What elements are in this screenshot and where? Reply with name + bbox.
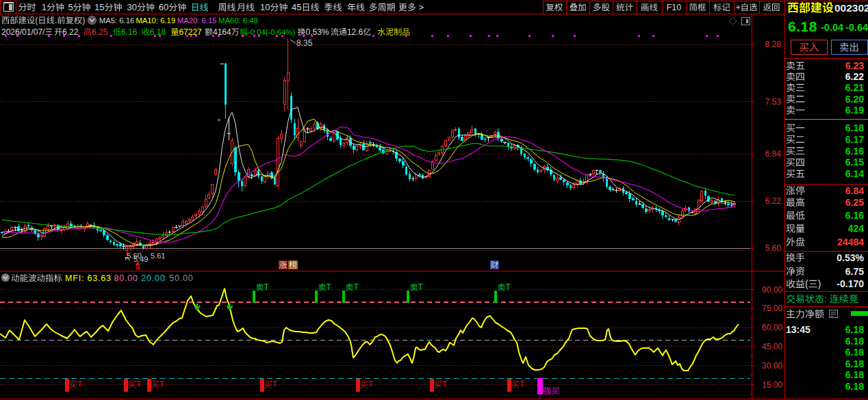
svg-text:5.61: 5.61: [151, 252, 165, 260]
svg-text:6.22: 6.22: [765, 196, 782, 206]
svg-text::: :: [824, 293, 830, 304]
svg-text:6.16: 6.16: [845, 210, 864, 221]
svg-text:6.18: 6.18: [845, 381, 864, 392]
svg-text:MA5: 6.16: MA5: 6.16: [99, 16, 135, 25]
svg-text:6.15: 6.15: [845, 157, 864, 168]
svg-text:T: T: [368, 379, 374, 389]
svg-text:6.18: 6.18: [788, 18, 817, 34]
svg-text:45: 45: [292, 2, 301, 12]
svg-text:T: T: [442, 379, 448, 389]
svg-text:: 80.00: : 80.00: [108, 274, 138, 283]
svg-text:002302: 002302: [834, 2, 868, 14]
svg-text:T: T: [159, 379, 165, 389]
svg-text:T: T: [264, 282, 270, 292]
svg-text:6.18: 6.18: [150, 27, 166, 37]
svg-text:(: (: [805, 278, 808, 289]
svg-text:2026/01/07/: 2026/01/07/: [1, 27, 45, 37]
svg-text:MA10: 6.19: MA10: 6.19: [136, 16, 175, 25]
svg-text:6.17: 6.17: [845, 134, 864, 145]
svg-text:MFI: 63.63: MFI: 63.63: [65, 274, 112, 283]
svg-text:6.22: 6.22: [845, 71, 864, 82]
svg-text:T: T: [418, 282, 424, 292]
svg-text:T: T: [272, 379, 278, 389]
svg-text:424: 424: [848, 223, 865, 234]
svg-text:0.53%: 0.53%: [837, 252, 864, 263]
svg-text:6.18: 6.18: [845, 324, 864, 335]
svg-text:30: 30: [127, 2, 137, 12]
svg-text:6.19: 6.19: [845, 105, 864, 116]
svg-text:-0.04(-0.64%): -0.04(-0.64%): [248, 28, 295, 36]
svg-text:: 20.00: : 20.00: [136, 274, 166, 283]
svg-text:4164: 4164: [213, 27, 231, 37]
svg-text:10: 10: [260, 2, 270, 12]
svg-text:6.22: 6.22: [62, 27, 79, 37]
svg-text:6.18: 6.18: [845, 122, 864, 133]
svg-text:5.60: 5.60: [765, 243, 782, 253]
svg-text:8.28: 8.28: [765, 40, 782, 49]
svg-text:8.35: 8.35: [296, 38, 313, 48]
svg-text:1: 1: [42, 2, 47, 12]
svg-text:6.14: 6.14: [845, 168, 864, 179]
svg-text:.: .: [55, 16, 57, 25]
svg-text:6.18: 6.18: [845, 369, 864, 380]
svg-text:-0.64: -0.64: [845, 22, 868, 33]
svg-text:6.18: 6.18: [845, 336, 864, 347]
svg-text:60: 60: [159, 2, 168, 12]
svg-text:7.53: 7.53: [765, 97, 782, 107]
svg-text:6.16: 6.16: [121, 27, 138, 37]
svg-text:6.16: 6.16: [845, 146, 864, 157]
svg-text:MA20: 6.15: MA20: 6.15: [177, 16, 217, 25]
svg-text:T: T: [327, 282, 332, 292]
svg-text:>: >: [416, 2, 424, 12]
svg-text:: 50.00: : 50.00: [164, 274, 194, 283]
svg-text:T: T: [77, 379, 83, 389]
svg-text:6.18: 6.18: [845, 347, 864, 358]
svg-text:S: S: [136, 263, 140, 271]
svg-text:6.25: 6.25: [92, 27, 108, 37]
svg-text:60.00: 60.00: [762, 323, 782, 332]
svg-text:): ): [82, 16, 85, 25]
svg-text:0.53%: 0.53%: [306, 27, 329, 37]
svg-text:F10: F10: [667, 3, 682, 12]
svg-text:12.6: 12.6: [347, 27, 363, 37]
svg-text:T: T: [354, 282, 359, 292]
svg-text:6.23: 6.23: [845, 60, 864, 71]
svg-text:15.00: 15.00: [762, 380, 782, 390]
svg-text:-0.04: -0.04: [821, 22, 843, 33]
svg-text:75.00: 75.00: [762, 304, 782, 313]
svg-text:13:45: 13:45: [786, 324, 810, 335]
svg-text:45.00: 45.00: [762, 342, 782, 351]
svg-text:6.20: 6.20: [845, 94, 864, 105]
svg-text:T: T: [506, 282, 511, 292]
svg-text:6.84: 6.84: [845, 185, 864, 196]
svg-text:30.00: 30.00: [762, 361, 782, 371]
svg-text:6.84: 6.84: [765, 149, 782, 159]
svg-text:+: +: [735, 3, 740, 12]
svg-text:): ): [818, 278, 821, 289]
svg-text:T: T: [136, 379, 142, 389]
svg-text:6.75: 6.75: [845, 266, 864, 277]
svg-text:90.00: 90.00: [762, 285, 782, 295]
svg-text:6.21: 6.21: [845, 82, 864, 93]
svg-text:6.18: 6.18: [845, 358, 864, 369]
svg-text:-0.170: -0.170: [837, 278, 864, 289]
svg-text:24484: 24484: [837, 237, 864, 248]
svg-text:5: 5: [68, 2, 73, 12]
svg-text:MA60: 6.49: MA60: 6.49: [218, 16, 258, 25]
svg-text:T: T: [520, 379, 525, 389]
svg-text:15: 15: [94, 2, 104, 12]
svg-text:6.25: 6.25: [845, 197, 864, 208]
